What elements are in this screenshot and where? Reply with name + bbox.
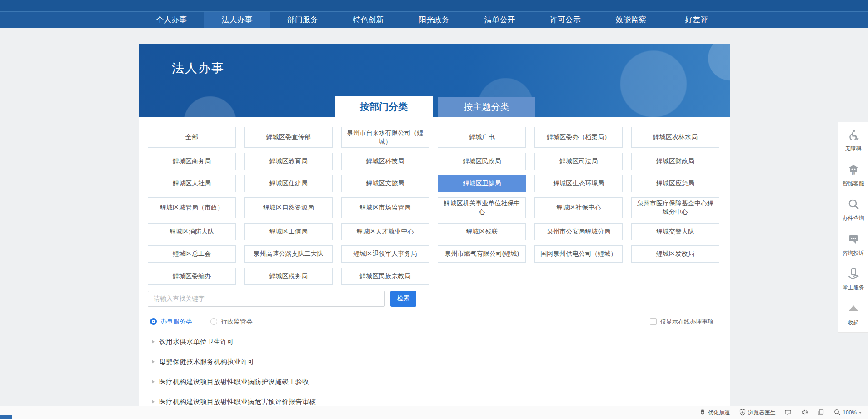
nav-item[interactable]: 特色创新: [335, 12, 401, 28]
nav-item[interactable]: 效能监察: [598, 12, 663, 28]
radio-supervision-type[interactable]: 行政监管类: [210, 318, 253, 326]
search-row: 检索: [139, 285, 730, 307]
caret-right-icon: [152, 360, 155, 364]
department-button[interactable]: 鲤城区工信局: [244, 223, 333, 240]
tab-by-department[interactable]: 按部门分类: [335, 96, 433, 117]
department-button[interactable]: 国网泉州供电公司（鲤城）: [534, 245, 623, 263]
department-button[interactable]: 鲤城区消防大队: [148, 223, 236, 240]
department-button[interactable]: 鲤城区城管局（市政）: [148, 197, 236, 218]
department-button[interactable]: 鲤城广电: [438, 127, 526, 148]
department-button[interactable]: 鲤城区科技局: [341, 153, 429, 170]
department-button[interactable]: 鲤城区民政局: [438, 153, 526, 170]
side-item-办件查询[interactable]: 办件查询: [843, 198, 864, 222]
department-button[interactable]: 鲤城区委办（档案局）: [534, 127, 623, 148]
department-button[interactable]: 鲤城区农林水局: [631, 127, 719, 148]
department-button[interactable]: 鲤城区退役军人事务局: [341, 245, 429, 263]
screenshot-icon: [784, 409, 792, 417]
department-button[interactable]: 泉州市燃气有限公司(鲤城): [438, 245, 526, 263]
department-button[interactable]: 泉州市自来水有限公司（鲤城）: [341, 127, 429, 148]
side-item-label: 办件查询: [843, 214, 864, 222]
department-button[interactable]: 泉州市医疗保障基金中心鲤城分中心: [631, 197, 719, 218]
department-button[interactable]: 鲤城交警大队: [631, 223, 719, 240]
svg-text:福: 福: [852, 172, 855, 175]
department-button[interactable]: 泉州高速公路支队二大队: [244, 245, 333, 263]
zoom-control[interactable]: 100%: [833, 409, 862, 417]
department-button[interactable]: 鲤城区税务局: [244, 268, 333, 285]
nav-item[interactable]: 个人办事: [139, 12, 204, 28]
content-area: 全部鲤城区委宣传部泉州市自来水有限公司（鲤城）鲤城广电鲤城区委办（档案局）鲤城区…: [139, 117, 730, 419]
zoom-dropdown-caret[interactable]: [859, 412, 862, 414]
department-button[interactable]: 鲤城区商务局: [148, 153, 236, 170]
mobile-hand-icon: [848, 268, 859, 284]
online-only-checkbox-wrap[interactable]: 仅显示在线办理事项: [650, 318, 713, 326]
status-item[interactable]: [801, 409, 808, 417]
checkbox-label: 仅显示在线办理事项: [660, 318, 713, 326]
department-button[interactable]: 鲤城区应急局: [631, 175, 719, 192]
department-button[interactable]: 鲤城区市场监管局: [341, 197, 429, 218]
browser-status-bar: 优化加速浏览器医生100%: [0, 406, 868, 419]
department-button[interactable]: 鲤城区卫健局: [438, 175, 526, 192]
department-button[interactable]: 全部: [148, 127, 236, 148]
nav-item[interactable]: 好差评: [664, 12, 729, 28]
radio-label[interactable]: 行政监管类: [221, 318, 253, 326]
search-button[interactable]: 检索: [390, 291, 416, 307]
service-item-label: 医疗机构建设项目放射性职业病危害预评价报告审核: [159, 398, 316, 406]
department-button[interactable]: 鲤城区委编办: [148, 268, 236, 285]
speaker-icon: [801, 409, 808, 417]
department-button[interactable]: 鲤城区民族宗教局: [341, 268, 429, 285]
department-button[interactable]: 鲤城区司法局: [534, 153, 623, 170]
department-button[interactable]: 鲤城区住建局: [244, 175, 333, 192]
radio-unselected-icon[interactable]: [210, 318, 217, 325]
status-item[interactable]: [817, 409, 824, 417]
department-button[interactable]: 鲤城区自然资源局: [244, 197, 333, 218]
nav-item[interactable]: 法人办事: [204, 12, 269, 28]
nav-item[interactable]: 部门服务: [270, 12, 335, 28]
department-button[interactable]: 鲤城区人才就业中心: [341, 223, 429, 240]
nav-list: 个人办事法人办事部门服务特色创新阳光政务清单公开许可公示效能监察好差评: [139, 12, 729, 28]
caret-right-icon: [152, 380, 155, 384]
department-button[interactable]: 鲤城区文旅局: [341, 175, 429, 192]
side-item-咨询投诉[interactable]: 咨询投诉: [843, 233, 864, 257]
radio-service-type[interactable]: 办事服务类: [150, 318, 192, 326]
nav-item[interactable]: 清单公开: [467, 12, 532, 28]
status-item-浏览器医生[interactable]: 浏览器医生: [739, 409, 775, 417]
rocket-icon: [699, 409, 706, 417]
checkbox-icon[interactable]: [650, 318, 657, 325]
restore-window-icon: [817, 409, 824, 417]
side-item-智能客服[interactable]: 福智能客服: [843, 164, 864, 188]
department-button[interactable]: 鲤城区残联: [438, 223, 526, 240]
nav-item[interactable]: 阳光政务: [401, 12, 467, 28]
service-item[interactable]: 饮用水供水单位卫生许可: [150, 332, 723, 352]
status-item[interactable]: [784, 409, 792, 417]
department-button[interactable]: 鲤城区社保中心: [534, 197, 623, 218]
caret-right-icon: [152, 340, 155, 344]
search-input[interactable]: [148, 291, 385, 307]
department-button[interactable]: 鲤城区财政局: [631, 153, 719, 170]
department-button[interactable]: 鲤城区发改局: [631, 245, 719, 263]
side-item-收起[interactable]: 收起: [848, 303, 859, 327]
service-item[interactable]: 母婴保健技术服务机构执业许可: [150, 352, 723, 372]
department-button[interactable]: 鲤城区生态环境局: [534, 175, 623, 192]
side-item-label: 智能客服: [843, 180, 864, 188]
main-navbar: 个人办事法人办事部门服务特色创新阳光政务清单公开许可公示效能监察好差评: [0, 11, 868, 28]
department-button[interactable]: 鲤城区委宣传部: [244, 127, 333, 148]
radio-selected-icon[interactable]: [150, 318, 157, 325]
page-title: 法人办事: [172, 60, 224, 76]
department-button[interactable]: 鲤城区总工会: [148, 245, 236, 263]
side-item-label: 咨询投诉: [843, 249, 864, 257]
status-item-优化加速[interactable]: 优化加速: [699, 409, 730, 417]
department-button[interactable]: 鲤城区机关事业单位社保中心: [438, 197, 526, 218]
department-button[interactable]: 泉州市公安局鲤城分局: [534, 223, 623, 240]
robot-icon: 福: [848, 164, 859, 180]
department-button[interactable]: 鲤城区人社局: [148, 175, 236, 192]
department-button[interactable]: 鲤城区教育局: [244, 153, 333, 170]
bottom-left-corner: [0, 415, 12, 419]
top-strip: [0, 0, 868, 11]
tab-by-theme[interactable]: 按主题分类: [438, 97, 535, 117]
side-item-掌上服务[interactable]: 掌上服务: [843, 268, 864, 292]
nav-item[interactable]: 许可公示: [533, 12, 598, 28]
radio-label[interactable]: 办事服务类: [160, 318, 192, 326]
service-item[interactable]: 医疗机构建设项目放射性职业病防护设施竣工验收: [150, 372, 723, 392]
floating-side-panel: 无障碍福智能客服办件查询咨询投诉掌上服务收起: [838, 122, 868, 333]
side-item-无障碍[interactable]: 无障碍: [845, 129, 862, 153]
